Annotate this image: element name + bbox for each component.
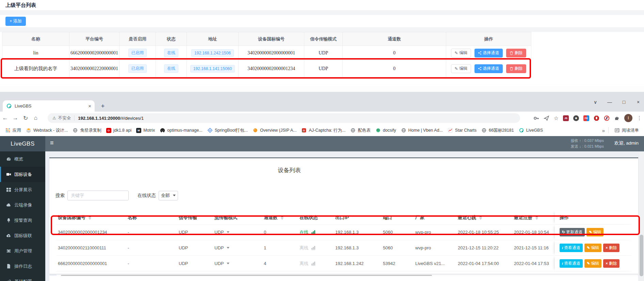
extension-incognito-icon[interactable]: ☻ (573, 115, 579, 121)
view-channels-button[interactable]: i查看通道 (560, 259, 583, 268)
col-ip: 出口IP (334, 215, 381, 221)
scrollbar-thumb[interactable] (640, 235, 643, 276)
bookmark-starcharts[interactable]: Star Charts (445, 127, 479, 134)
bookmarks-overflow-icon[interactable]: » (602, 128, 605, 133)
select-channel-button[interactable]: 选择通道 (474, 64, 503, 73)
sidebar-item-cascade[interactable]: 国标级联 (0, 228, 45, 243)
bookmark-optimus[interactable]: optimus-manage... (157, 127, 205, 134)
bookmark-jdk-api[interactable]: Ojdk1.8 api (104, 127, 134, 134)
cell-stream-mode[interactable]: UDP (213, 245, 262, 250)
back-icon[interactable]: ← (0, 115, 10, 121)
bookmark-livegbs[interactable]: LiveGBS (516, 127, 545, 134)
delete-button[interactable]: ×删除 (603, 259, 619, 268)
not-secure-label[interactable]: 不安全 (58, 115, 71, 121)
ajcaptcha-icon: G (301, 128, 307, 133)
bookmark-star-icon[interactable]: ☆ (554, 115, 559, 121)
app-logo[interactable]: LiveGBS (0, 136, 45, 151)
vertical-scrollbar[interactable] (639, 152, 644, 281)
delete-button[interactable]: 删除 (506, 49, 526, 57)
cell-ip: 192.168.1.3 (334, 245, 381, 250)
address-bar[interactable]: ⚠ 不安全 192.168.1.141:20000 /#/devices/1 (48, 113, 520, 123)
cell-ip: 192.168.1.242 (334, 261, 381, 266)
extensions-puzzle-icon[interactable] (614, 115, 620, 121)
bookmark-ajcaptcha[interactable]: GAJ-Captcha: 行为... (299, 127, 348, 134)
sidebar-item-logs[interactable]: 操作日志 (0, 259, 45, 274)
add-button[interactable]: + 添加 (5, 17, 26, 26)
edit-button[interactable]: ✎编辑 (584, 244, 601, 252)
sidebar-item-overview[interactable]: 概览 (0, 151, 45, 167)
address-badge[interactable]: 192.168.1.242:1506 (191, 49, 234, 57)
close-tab-icon[interactable]: × (88, 103, 91, 109)
recv-stat: 接收 ↑ : 0.037 Mbps (571, 138, 604, 144)
bookmark-overview-jsip[interactable]: Overview (JSIP A... (250, 127, 299, 134)
minimize-icon[interactable]: — (607, 99, 613, 105)
sidebar-item-settings[interactable]: 基础配置 (0, 274, 45, 281)
select-channel-button[interactable]: 选择通道 (474, 49, 503, 57)
bookmark-vben[interactable]: Home | Vben Ad... (399, 127, 445, 134)
bookmark-copyfree[interactable]: 免登录复制 (70, 127, 104, 134)
sidebar-item-users[interactable]: 用户管理 (0, 243, 45, 259)
extension-blocker-icon[interactable] (604, 115, 610, 121)
edit-button[interactable]: ✎编辑 (451, 64, 471, 73)
view-channels-button[interactable]: i查看通道 (560, 244, 583, 252)
bookmark-motrix[interactable]: MMotrix (134, 127, 157, 134)
home-icon[interactable]: ⌂ (31, 115, 41, 121)
edit-button[interactable]: ✎编辑 (451, 49, 471, 57)
online-state-select[interactable]: 全部 (159, 191, 178, 200)
warning-icon: ⚠ (52, 116, 56, 120)
sort-icon[interactable] (535, 216, 538, 220)
col-gb-id[interactable]: 设备国标编号 (56, 215, 126, 221)
delete-button[interactable]: ×删除 (603, 244, 619, 252)
edit-button[interactable]: ✎编辑 (586, 228, 603, 236)
sidebar-item-alarms[interactable]: 报警查询 (0, 213, 45, 228)
extension-fe-icon[interactable]: FE (583, 115, 589, 121)
bookmark-apps[interactable]: 应用 (3, 127, 23, 134)
device-row: 66620000002000000001 - UDP UDP 4 离线 192.… (56, 256, 631, 271)
online-link[interactable]: 在线 (300, 229, 308, 235)
tab-title: LiveGBS (15, 104, 88, 109)
update-channels-button[interactable]: ↻更新通道 (560, 228, 585, 236)
new-tab-button[interactable]: + (98, 101, 108, 111)
delete-button[interactable]: 删除 (506, 64, 526, 73)
offline-label: 离线 (300, 261, 308, 267)
sort-icon[interactable] (479, 216, 482, 220)
reload-icon[interactable]: ↻ (20, 115, 31, 122)
forward-icon[interactable]: → (10, 115, 20, 121)
bookmark-gb28181[interactable]: 66国标28181 (479, 127, 516, 134)
cell-stream-mode[interactable]: UDP (213, 230, 262, 235)
sidebar-item-cloud-record[interactable]: 云端录像 (0, 197, 45, 213)
reading-list-button[interactable]: 阅读清单 (612, 127, 641, 134)
bookmark-docsify[interactable]: docsify (373, 127, 399, 134)
browser-toolbar: ← → ↻ ⌂ ⚠ 不安全 192.168.1.141:20000 /#/dev… (0, 112, 644, 125)
address-badge[interactable]: 192.168.1.141:15060 (190, 65, 235, 72)
send-icon[interactable] (544, 115, 549, 121)
extension-adblock-icon[interactable] (594, 115, 599, 121)
cell-name: lin (2, 46, 69, 60)
sort-icon[interactable] (281, 216, 284, 220)
cell-stream-mode[interactable]: UDP (213, 261, 262, 266)
sidebar-item-split-screen[interactable]: 分屏展示 (0, 182, 45, 197)
bookmark-webstack[interactable]: Webstack - 设计... (23, 127, 70, 134)
bandwidth-chart-icon[interactable] (311, 230, 315, 234)
profile-avatar[interactable]: I (624, 114, 632, 122)
bookmark-colors[interactable]: 配色表 (348, 127, 373, 134)
sort-icon[interactable] (88, 216, 91, 220)
maximize-icon[interactable]: □ (621, 99, 627, 105)
bookmark-springboot[interactable]: SpringBoot打包... (205, 127, 250, 134)
browser-menu-icon[interactable]: ⋮ (637, 115, 642, 121)
sidebar-item-gb-devices[interactable]: 国标设备 (0, 167, 45, 182)
tab-search-icon[interactable]: ∨ (592, 99, 598, 105)
password-key-icon[interactable] (533, 115, 539, 121)
browser-tab[interactable]: LiveGBS × (3, 100, 95, 112)
col-channels[interactable]: 通道数 (262, 215, 298, 221)
x-icon: × (606, 262, 608, 265)
edit-button[interactable]: ✎编辑 (584, 259, 601, 268)
search-input[interactable] (67, 191, 129, 200)
cell-actions: ↻更新通道 ✎编辑 (555, 225, 631, 240)
close-window-icon[interactable]: × (635, 99, 641, 105)
col-heartbeat[interactable]: 最近心跳 (456, 215, 512, 221)
sidebar-toggle-icon[interactable]: ≡ (50, 139, 54, 147)
welcome-user[interactable]: 欢迎, admin (614, 140, 639, 146)
extension-js-icon[interactable]: JS (563, 115, 569, 121)
app-sidebar: 概览 国标设备 分屏展示 云端录像 报警查询 国标级联 用户管理 操作日志 基础… (0, 151, 45, 281)
